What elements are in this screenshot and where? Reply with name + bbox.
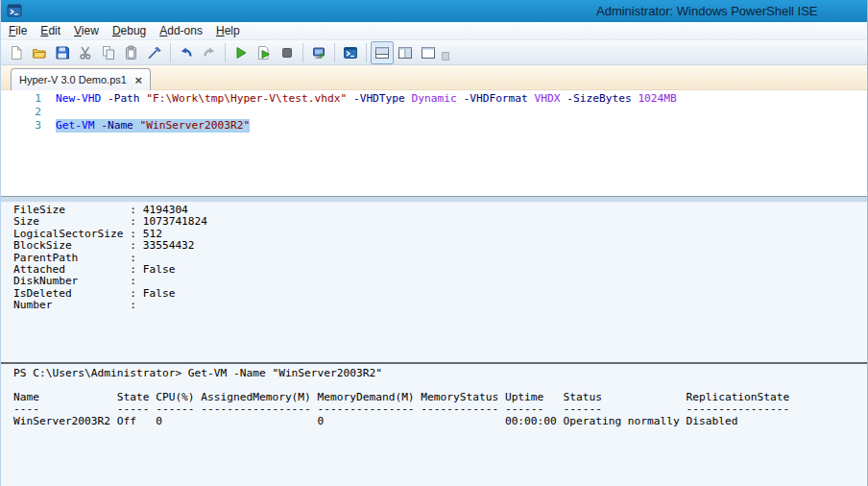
line-number: 3 — [1, 119, 41, 133]
clear-output-pane-button[interactable] — [143, 41, 166, 64]
line-number: 2 — [1, 106, 41, 119]
powershell-ise-window: Administrator: Windows PowerShell ISE Fi… — [0, 0, 868, 486]
undo-button[interactable] — [175, 41, 198, 64]
show-script-pane-right-button[interactable] — [394, 41, 417, 64]
code-line[interactable]: 1New-VHD -Path "F:\Work\tmp\Hyper-V\test… — [1, 92, 867, 106]
save-floppy-icon — [55, 45, 70, 61]
editor-output-splitter[interactable] — [1, 196, 867, 203]
toolbar-separator — [170, 43, 171, 62]
menu-item-help[interactable]: Help — [216, 24, 240, 37]
toolbar-separator — [302, 43, 303, 62]
script-editor-pane[interactable]: 1New-VHD -Path "F:\Work\tmp\Hyper-V\test… — [1, 90, 867, 196]
show-script-pane-top-button[interactable] — [371, 41, 394, 64]
powershell-console-icon — [343, 45, 358, 61]
code-text: New-VHD -Path "F:\Work\tmp\Hyper-V\test.… — [56, 92, 677, 106]
tab-hyperv-demo[interactable]: Hyper-V 3.0 Demo.ps1 × — [11, 68, 151, 90]
remote-tab-monitor-icon — [311, 45, 326, 61]
console-pane[interactable]: PS C:\Users\Administrator> Get-VM -Name … — [1, 364, 867, 486]
show-script-pane-maximized-button[interactable] — [417, 41, 440, 64]
layout-script-maximized-icon — [421, 45, 436, 61]
output-pane[interactable]: FileSize : 4194304 Size : 1073741824 Log… — [1, 203, 867, 362]
new-script-icon — [9, 45, 24, 61]
redo-button[interactable] — [198, 41, 221, 64]
powershell-app-icon — [7, 3, 22, 18]
stop-icon — [279, 45, 295, 61]
copy-icon — [101, 45, 116, 61]
layout-script-right-icon — [398, 45, 413, 61]
menu-item-file[interactable]: File — [9, 24, 27, 37]
menu-item-debug[interactable]: Debug — [112, 24, 146, 37]
open-script-button[interactable] — [28, 41, 51, 64]
line-number: 1 — [1, 92, 41, 106]
paste-clipboard-icon — [124, 45, 139, 61]
stop-operation-button[interactable] — [276, 41, 299, 64]
menu-item-addons[interactable]: Add-ons — [159, 24, 203, 37]
toolbar-separator — [225, 43, 226, 62]
menu-bar: File Edit View Debug Add-ons Help — [1, 22, 867, 40]
redo-icon — [202, 45, 217, 61]
script-tab-bar: Hyper-V 3.0 Demo.ps1 × — [1, 65, 867, 90]
menu-item-view[interactable]: View — [74, 24, 99, 37]
undo-icon — [179, 45, 194, 61]
copy-button[interactable] — [97, 41, 120, 64]
tab-close-icon[interactable]: × — [134, 74, 142, 86]
toolbar-separator — [366, 43, 367, 62]
tab-label: Hyper-V 3.0 Demo.ps1 — [19, 74, 129, 85]
toolbar-overflow-icon — [442, 52, 449, 61]
output-text: FileSize : 4194304 Size : 1073741824 Log… — [1, 203, 867, 312]
run-selection-icon — [256, 45, 272, 61]
layout-script-top-icon — [374, 45, 390, 61]
clear-pane-icon — [147, 45, 162, 61]
open-folder-icon — [32, 45, 47, 61]
code-line[interactable]: 3Get-VM -Name "WinServer2003R2" — [1, 119, 867, 133]
cut-scissors-icon — [78, 45, 93, 61]
window-title: Administrator: Windows PowerShell ISE — [596, 4, 817, 18]
cut-button[interactable] — [74, 41, 97, 64]
title-bar: Administrator: Windows PowerShell ISE — [1, 0, 867, 22]
start-powershell-button[interactable] — [339, 41, 362, 64]
new-remote-powershell-tab-button[interactable] — [307, 41, 330, 64]
paste-button[interactable] — [120, 41, 143, 64]
run-selection-button[interactable] — [253, 41, 276, 64]
toolbar — [1, 40, 867, 65]
run-script-button[interactable] — [229, 41, 253, 64]
toolbar-separator — [334, 43, 335, 62]
console-text: PS C:\Users\Administrator> Get-VM -Name … — [1, 364, 867, 427]
save-button[interactable] — [51, 41, 74, 64]
new-script-button[interactable] — [5, 41, 28, 64]
menu-item-edit[interactable]: Edit — [40, 24, 60, 37]
run-icon — [233, 45, 249, 61]
selected-code-text: Get-VM -Name "WinServer2003R2" — [56, 119, 250, 133]
code-line[interactable]: 2 — [1, 106, 867, 119]
